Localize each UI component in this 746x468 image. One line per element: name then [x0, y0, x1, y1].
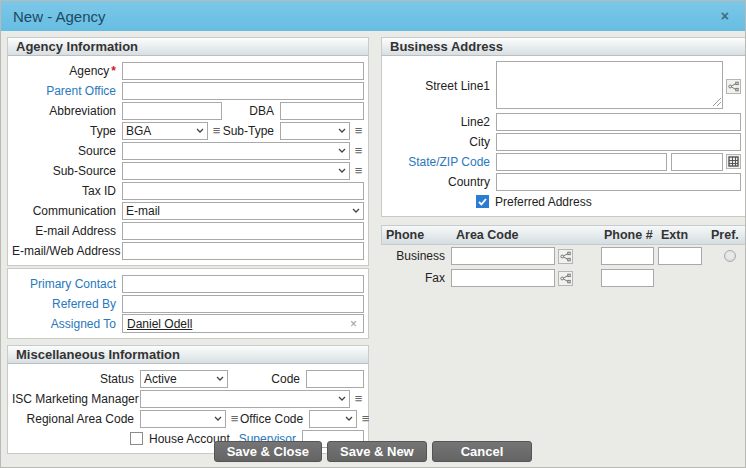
business-pref-radio[interactable] — [724, 250, 736, 262]
clear-icon[interactable]: × — [348, 317, 359, 331]
save-new-button[interactable]: Save & New — [327, 441, 427, 462]
agency-row: Agency* — [12, 61, 364, 80]
regional-area-code-select[interactable] — [140, 410, 226, 428]
sub-source-list-lookup-icon[interactable]: ≡ — [353, 162, 364, 179]
business-extn-input[interactable] — [658, 247, 702, 265]
email-address-label: E-mail Address — [12, 224, 122, 238]
agency-input[interactable] — [122, 62, 364, 80]
primary-contact-label[interactable]: Primary Contact — [12, 277, 122, 291]
assigned-to-field[interactable]: Daniel Odell × — [122, 314, 364, 333]
sub-type-list-lookup-icon[interactable]: ≡ — [353, 122, 364, 139]
assigned-to-value[interactable]: Daniel Odell — [127, 317, 192, 331]
sub-type-label: Sub-Type — [222, 124, 280, 138]
dialog-content: Agency Information Agency* Parent Office… — [1, 31, 745, 467]
type-list-lookup-icon[interactable]: ≡ — [211, 122, 222, 139]
regional-area-code-label: Regional Area Code — [12, 412, 140, 426]
sub-source-label: Sub-Source — [12, 164, 122, 178]
primary-contact-input[interactable] — [122, 275, 364, 293]
referred-by-row: Referred By — [12, 294, 364, 313]
communication-select[interactable]: E-mail — [122, 202, 364, 220]
business-area-merge-icon[interactable] — [558, 249, 573, 264]
parent-office-label[interactable]: Parent Office — [12, 84, 122, 98]
code-label: Code — [228, 372, 306, 386]
regional-area-code-list-lookup-icon[interactable]: ≡ — [229, 410, 240, 427]
country-row: Country — [386, 172, 741, 191]
referred-by-label[interactable]: Referred By — [12, 297, 122, 311]
type-subtype-row: Type BGA ≡ Sub-Type ≡ — [12, 121, 364, 140]
source-list-lookup-icon[interactable]: ≡ — [353, 142, 364, 159]
cancel-button[interactable]: Cancel — [432, 441, 533, 462]
chevron-down-icon — [216, 376, 224, 381]
business-area-code-input[interactable] — [451, 247, 555, 265]
preferred-address-checkbox[interactable] — [476, 195, 489, 208]
merge-address-icon[interactable] — [726, 79, 741, 94]
left-column: Agency Information Agency* Parent Office… — [7, 37, 369, 467]
status-select[interactable]: Active — [140, 370, 228, 388]
sub-source-select[interactable] — [122, 162, 350, 180]
tax-id-label: Tax ID — [12, 184, 122, 198]
dialog-titlebar: New - Agency × — [1, 1, 745, 31]
miscellaneous-information-header: Miscellaneous Information — [7, 345, 369, 364]
parent-office-row: Parent Office — [12, 81, 364, 100]
type-select[interactable]: BGA — [122, 122, 208, 140]
chevron-down-icon — [196, 128, 204, 133]
zip-lookup-grid-icon[interactable] — [726, 154, 741, 169]
office-code-select[interactable] — [309, 410, 357, 428]
parent-office-input[interactable] — [122, 82, 364, 100]
check-icon — [478, 198, 487, 206]
state-zip-label[interactable]: State/ZIP Code — [386, 155, 496, 169]
code-input[interactable] — [306, 370, 364, 388]
isc-marketing-manager-row: ISC Marketing Manager ≡ — [12, 389, 364, 408]
required-marker: * — [111, 64, 116, 78]
city-input[interactable] — [496, 133, 741, 151]
area-code-header: Area Code — [452, 228, 600, 242]
city-label: City — [386, 135, 496, 149]
isc-marketing-manager-list-lookup-icon[interactable]: ≡ — [353, 390, 364, 407]
pref-header: Pref. — [707, 228, 745, 242]
sub-type-select[interactable] — [280, 122, 350, 140]
email-web-address-label: E-mail/Web Address — [12, 244, 122, 258]
source-label: Source — [12, 144, 122, 158]
email-web-address-input[interactable] — [122, 242, 364, 260]
agency-information-panel: Agency* Parent Office Abbreviation DBA T… — [7, 56, 369, 266]
chevron-down-icon — [338, 128, 346, 133]
business-phone-number-input[interactable] — [601, 247, 654, 265]
office-code-list-lookup-icon[interactable]: ≡ — [360, 410, 371, 427]
street-line1-row: Street Line1 — [386, 61, 741, 111]
office-code-label: Office Code — [240, 412, 309, 426]
regional-office-code-row: Regional Area Code ≡ Office Code ≡ — [12, 409, 364, 428]
dba-input[interactable] — [280, 102, 364, 120]
street-line1-textarea[interactable] — [496, 61, 723, 109]
agency-label: Agency — [69, 64, 109, 78]
fax-area-code-input[interactable] — [451, 269, 555, 287]
fax-phone-label: Fax — [381, 271, 451, 285]
country-input[interactable] — [496, 173, 741, 191]
email-address-input[interactable] — [122, 222, 364, 240]
chevron-down-icon — [352, 208, 360, 213]
line2-row: Line2 — [386, 112, 741, 131]
state-input[interactable] — [496, 153, 667, 171]
line2-input[interactable] — [496, 113, 741, 131]
extn-header: Extn — [657, 228, 707, 242]
source-select[interactable] — [122, 142, 350, 160]
fax-area-merge-icon[interactable] — [558, 271, 573, 286]
phone-number-header: Phone # — [600, 228, 657, 242]
status-label: Status — [12, 372, 140, 386]
abbreviation-input[interactable] — [122, 102, 222, 120]
chevron-down-icon — [338, 168, 346, 173]
type-label: Type — [12, 124, 122, 138]
assigned-to-label[interactable]: Assigned To — [12, 317, 122, 331]
isc-marketing-manager-select[interactable] — [140, 390, 350, 408]
business-address-panel: Street Line1 Line2 City — [381, 56, 746, 217]
business-phone-label: Business — [381, 249, 451, 263]
primary-contact-row: Primary Contact — [12, 274, 364, 293]
tax-id-input[interactable] — [122, 182, 364, 200]
save-close-button[interactable]: Save & Close — [214, 441, 322, 462]
fax-phone-number-input[interactable] — [601, 269, 654, 287]
communication-select-value: E-mail — [126, 204, 349, 218]
zip-input[interactable] — [671, 153, 723, 171]
isc-marketing-manager-label: ISC Marketing Manager — [12, 392, 140, 406]
close-icon[interactable]: × — [717, 8, 733, 24]
phone-header: Phone — [382, 228, 452, 242]
referred-by-input[interactable] — [122, 295, 364, 313]
